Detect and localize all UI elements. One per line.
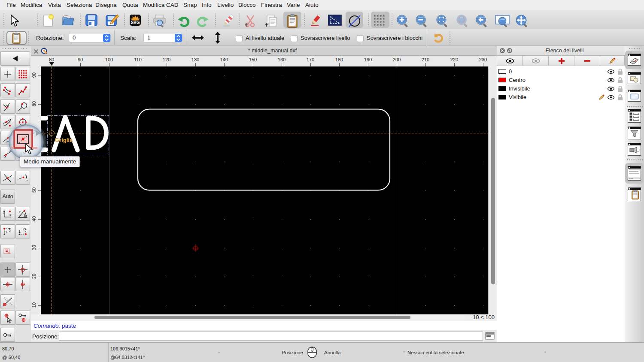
- svg-text:1: 1: [18, 229, 21, 234]
- svg-text:x: x: [9, 213, 12, 217]
- svg-text:r: r: [19, 210, 21, 214]
- svg-text:2: 2: [23, 227, 25, 231]
- svg-text:2: 2: [9, 229, 11, 233]
- svg-text:1: 1: [5, 230, 7, 234]
- svg-text:Griglia: Griglia: [55, 137, 73, 143]
- svg-text:SVG: SVG: [131, 20, 140, 25]
- svg-text:y: y: [3, 209, 5, 214]
- svg-text:a: a: [24, 213, 26, 217]
